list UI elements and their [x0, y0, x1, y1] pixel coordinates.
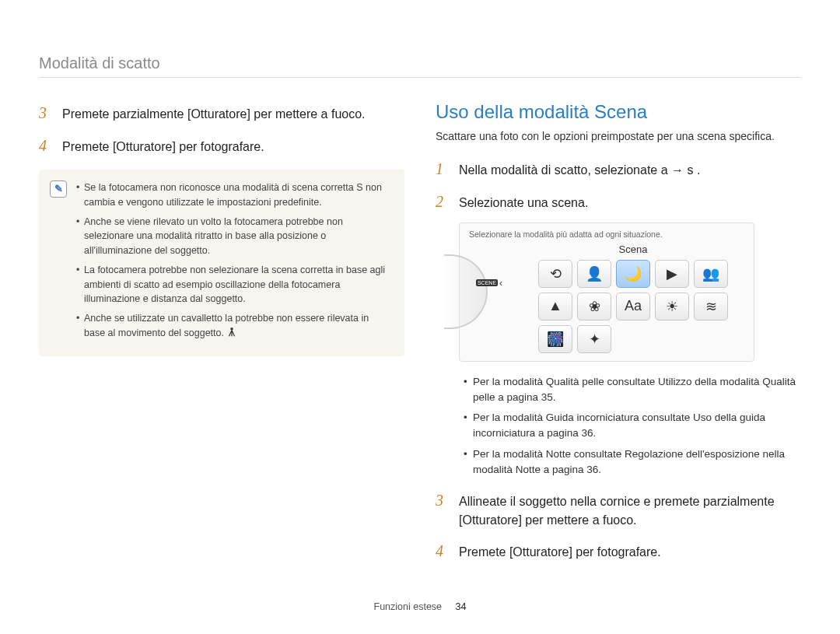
scene-icon-portrait[interactable]: 👤	[577, 260, 611, 288]
scene-grid-title: Scena	[519, 243, 747, 255]
scene-note-item: Per la modalità Notte consultate Regolaz…	[464, 447, 801, 478]
note-list: Se la fotocamera non riconosce una modal…	[76, 180, 390, 341]
page-footer: Funzioni estese 34	[0, 601, 840, 612]
scene-mode-badge: SCENE ‹	[476, 278, 502, 289]
right-step-4: 4 Premete [Otturatore] per fotografare.	[436, 539, 801, 562]
scene-icon-night[interactable]: 🌙	[616, 260, 650, 288]
right-step-1: 1 Nella modalità di scatto, selezionate …	[436, 157, 801, 180]
left-step-3: 3 Premete parzialmente [Otturatore] per …	[39, 101, 404, 124]
step-number: 2	[436, 190, 448, 213]
scene-hint: Selezionare la modalità più adatta ad og…	[469, 229, 744, 239]
step-number: 1	[436, 157, 448, 180]
scene-icon-landscape[interactable]: ▲	[538, 292, 572, 321]
footer-section: Funzioni estese	[374, 601, 443, 612]
section-title: Uso della modalità Scena	[436, 101, 801, 123]
scene-icon-text[interactable]: Aa	[616, 292, 650, 321]
scene-note-item: Per la modalità Guida incorniciatura con…	[464, 410, 801, 442]
section-subtitle: Scattare una foto con le opzioni preimpo…	[436, 129, 801, 145]
scene-icon-beach-snow[interactable]: ✦	[577, 325, 611, 353]
scene-panel: Selezionare la modalità più adatta ad og…	[459, 222, 754, 362]
scene-icon-firework[interactable]: 🎆	[538, 325, 572, 353]
note-item: Se la fotocamera non riconosce una modal…	[76, 180, 390, 210]
scene-icon-sunset[interactable]: ☀	[655, 292, 689, 321]
scene-body: SCENE ‹ Scena ⟲ 👤 🌙 ▶ 👥 ▲ ❀ Aa	[466, 243, 747, 353]
right-column: Uso della modalità Scena Scattare una fo…	[436, 101, 801, 572]
step-text: Selezionate una scena.	[459, 194, 588, 212]
tripod-icon	[226, 327, 237, 338]
scene-notes-list: Per la modalità Qualità pelle consultate…	[464, 374, 801, 478]
step-text: Nella modalità di scatto, selezionate a …	[459, 161, 700, 180]
scene-main: Scena ⟲ 👤 🌙 ▶ 👥 ▲ ❀ Aa ☀ ≋ 🎆 ✦	[519, 243, 747, 353]
left-column: 3 Premete parzialmente [Otturatore] per …	[39, 101, 404, 572]
scene-icon-closeup[interactable]: ❀	[577, 292, 611, 321]
chevron-left-icon: ‹	[499, 278, 502, 289]
scene-icon-children[interactable]: 👥	[694, 260, 728, 288]
content-columns: 3 Premete parzialmente [Otturatore] per …	[39, 101, 801, 572]
right-step-2: 2 Selezionate una scena.	[436, 190, 801, 213]
note-item: Anche se utilizzate un cavalletto la pot…	[76, 311, 390, 341]
scene-icon-grid: ⟲ 👤 🌙 ▶ 👥 ▲ ❀ Aa ☀ ≋ 🎆 ✦	[519, 260, 747, 353]
step-number: 3	[436, 489, 448, 512]
note-item: La fotocamera potrebbe non selezionare l…	[76, 263, 390, 306]
scene-icon-play[interactable]: ▶	[655, 260, 689, 288]
note-icon: ✎	[50, 180, 67, 198]
scene-icon-dawn[interactable]: ≋	[694, 292, 728, 321]
step-text: Premete [Otturatore] per fotografare.	[459, 543, 661, 562]
step-text: Premete parzialmente [Otturatore] per me…	[62, 105, 366, 124]
svg-point-0	[231, 328, 234, 331]
step-number: 3	[39, 101, 51, 124]
page-number: 34	[456, 601, 467, 612]
page-header: Modalità di scatto	[39, 54, 801, 78]
step-text: Allineate il soggetto nella cornice e pr…	[459, 492, 801, 530]
left-step-4: 4 Premete [Otturatore] per fotografare.	[39, 134, 404, 157]
note-box: ✎ Se la fotocamera non riconosce una mod…	[39, 170, 404, 356]
scene-badge-label: SCENE	[476, 279, 498, 286]
scene-icon-anti-shake[interactable]: ⟲	[538, 260, 572, 288]
right-step-3: 3 Allineate il soggetto nella cornice e …	[436, 489, 801, 530]
step-text: Premete [Otturatore] per fotografare.	[62, 138, 264, 156]
note-item: Anche se viene rilevato un volto la foto…	[76, 215, 390, 258]
dial-arc-icon	[444, 254, 488, 329]
step-number: 4	[39, 134, 51, 157]
step-number: 4	[436, 539, 448, 562]
scene-note-item: Per la modalità Qualità pelle consultate…	[464, 374, 801, 406]
scene-dial: SCENE ‹	[466, 243, 513, 289]
